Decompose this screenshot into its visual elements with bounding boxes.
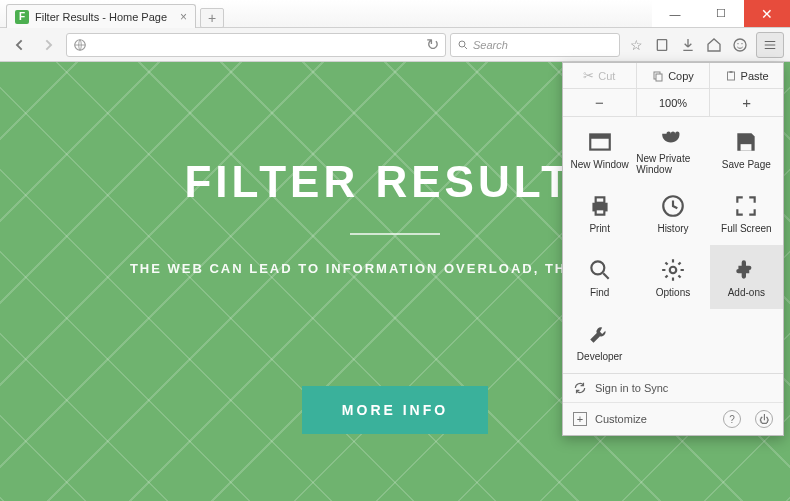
history-icon (660, 193, 686, 219)
tab-favicon: F (15, 10, 29, 24)
search-icon (457, 39, 469, 51)
gear-icon (660, 257, 686, 283)
customize-row[interactable]: + Customize ? ⏻ (563, 402, 783, 435)
menu-new-private-window[interactable]: New Private Window (636, 117, 709, 181)
menu-grid: New Window New Private Window Save Page … (563, 117, 783, 373)
svg-rect-7 (656, 74, 662, 81)
zoom-row: − 100% + (563, 89, 783, 117)
bookmark-star-button[interactable]: ☆ (624, 32, 648, 58)
svg-rect-12 (741, 144, 752, 151)
zoom-in-button[interactable]: + (709, 89, 783, 116)
copy-button[interactable]: Copy (636, 63, 710, 88)
tab-close-button[interactable]: × (180, 10, 187, 24)
menu-footer: Sign in to Sync + Customize ? ⏻ (563, 373, 783, 435)
menu-empty (710, 309, 783, 373)
back-button[interactable] (6, 32, 32, 58)
label: Full Screen (721, 223, 772, 234)
label: Sign in to Sync (595, 382, 668, 394)
power-button[interactable]: ⏻ (755, 410, 773, 428)
customize-icon: + (573, 412, 587, 426)
label: History (657, 223, 688, 234)
help-button[interactable]: ? (723, 410, 741, 428)
puzzle-icon (733, 257, 759, 283)
reading-list-button[interactable] (650, 32, 674, 58)
sign-in-sync[interactable]: Sign in to Sync (563, 374, 783, 402)
label: Developer (577, 351, 623, 362)
window-close-button[interactable]: ✕ (744, 0, 790, 27)
scissors-icon: ✂ (583, 68, 594, 83)
tab-active[interactable]: F Filter Results - Home Page × (6, 4, 196, 28)
minus-icon: − (595, 94, 604, 111)
edit-row: ✂Cut Copy Paste (563, 63, 783, 89)
search-box[interactable]: Search (450, 33, 620, 57)
paste-label: Paste (741, 70, 769, 82)
svg-point-4 (737, 43, 738, 44)
cut-button[interactable]: ✂Cut (563, 63, 636, 88)
menu-addons[interactable]: Add-ons (710, 245, 783, 309)
svg-rect-11 (590, 134, 610, 138)
label: Options (656, 287, 690, 298)
menu-button[interactable] (756, 32, 784, 58)
nav-toolbar: ↻ Search ☆ (0, 28, 790, 62)
window-maximize-button[interactable]: ☐ (698, 0, 744, 27)
reload-button[interactable]: ↻ (426, 35, 439, 54)
url-bar[interactable]: ↻ (66, 33, 446, 57)
wrench-icon (587, 321, 613, 347)
menu-options[interactable]: Options (636, 245, 709, 309)
globe-icon (73, 38, 87, 52)
copy-label: Copy (668, 70, 694, 82)
svg-point-17 (591, 261, 604, 274)
forward-button[interactable] (36, 32, 62, 58)
cut-label: Cut (598, 70, 615, 82)
svg-point-1 (459, 41, 465, 47)
label: Save Page (722, 159, 771, 170)
toolbar-icons: ☆ (624, 32, 752, 58)
label: Find (590, 287, 609, 298)
copy-icon (652, 70, 664, 82)
window-minimize-button[interactable]: — (652, 0, 698, 27)
zoom-out-button[interactable]: − (563, 89, 636, 116)
new-tab-button[interactable]: + (200, 8, 224, 28)
menu-empty (636, 309, 709, 373)
svg-rect-2 (657, 39, 666, 50)
zoom-level[interactable]: 100% (636, 89, 710, 116)
label: Print (589, 223, 610, 234)
svg-point-18 (670, 266, 677, 273)
menu-print[interactable]: Print (563, 181, 636, 245)
plus-icon: + (742, 94, 751, 111)
home-button[interactable] (702, 32, 726, 58)
svg-rect-14 (595, 197, 604, 202)
svg-rect-8 (727, 72, 734, 80)
chat-icon[interactable] (728, 32, 752, 58)
svg-rect-15 (595, 209, 604, 214)
menu-new-window[interactable]: New Window (563, 117, 636, 181)
tab-title: Filter Results - Home Page (35, 11, 167, 23)
downloads-button[interactable] (676, 32, 700, 58)
menu-developer[interactable]: Developer (563, 309, 636, 373)
find-icon (587, 257, 613, 283)
print-icon (587, 193, 613, 219)
app-menu-panel: ✂Cut Copy Paste − 100% + New Window New … (562, 62, 784, 436)
label: New Window (570, 159, 628, 170)
label: New Private Window (636, 153, 709, 175)
label: Customize (595, 413, 647, 425)
paste-button[interactable]: Paste (709, 63, 783, 88)
svg-point-3 (734, 39, 746, 51)
menu-find[interactable]: Find (563, 245, 636, 309)
sync-icon (573, 381, 587, 395)
menu-save-page[interactable]: Save Page (710, 117, 783, 181)
tab-strip: F Filter Results - Home Page × + (6, 0, 224, 28)
window-icon (587, 129, 613, 155)
svg-point-5 (741, 43, 742, 44)
menu-history[interactable]: History (636, 181, 709, 245)
menu-full-screen[interactable]: Full Screen (710, 181, 783, 245)
divider (350, 233, 440, 235)
mask-icon (660, 123, 686, 149)
search-placeholder: Search (473, 39, 508, 51)
fullscreen-icon (733, 193, 759, 219)
more-info-button[interactable]: MORE INFO (302, 386, 488, 434)
label: Add-ons (728, 287, 765, 298)
paste-icon (725, 70, 737, 82)
svg-rect-9 (729, 71, 732, 73)
save-icon (733, 129, 759, 155)
